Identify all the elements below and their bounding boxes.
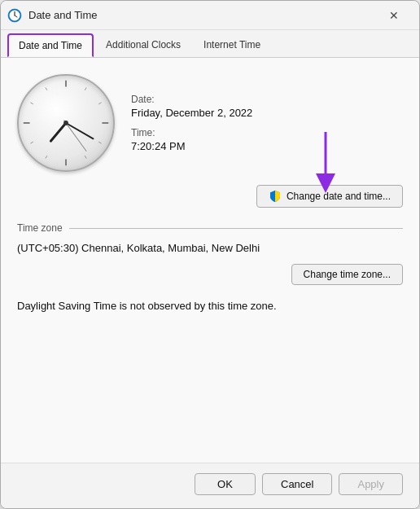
svg-line-18 xyxy=(30,103,33,104)
svg-line-10 xyxy=(98,103,101,104)
title-bar: Date and Time ✕ xyxy=(1,1,419,30)
svg-line-22 xyxy=(64,121,86,151)
cancel-button[interactable]: Cancel xyxy=(262,473,332,495)
apply-button[interactable]: Apply xyxy=(339,473,403,495)
change-datetime-row: Change date and time... xyxy=(17,185,403,208)
change-timezone-button[interactable]: Change time zone... xyxy=(291,264,403,285)
datetime-info: Date: Friday, December 2, 2022 Time: 7:2… xyxy=(131,94,252,152)
time-label: Time: xyxy=(131,127,252,138)
svg-line-15 xyxy=(46,156,47,158)
tab-internet-time[interactable]: Internet Time xyxy=(193,33,271,57)
svg-line-21 xyxy=(66,123,93,138)
uac-shield-icon xyxy=(269,190,282,203)
purple-arrow-annotation xyxy=(305,128,346,193)
svg-point-23 xyxy=(63,121,68,125)
svg-line-13 xyxy=(85,156,86,158)
date-label: Date: xyxy=(131,94,252,105)
tab-additional-clocks[interactable]: Additional Clocks xyxy=(95,33,191,57)
svg-line-12 xyxy=(98,142,101,143)
close-button[interactable]: ✕ xyxy=(375,2,413,29)
window-icon xyxy=(7,8,22,23)
change-timezone-label: Change time zone... xyxy=(304,269,391,280)
time-value: 7:20:24 PM xyxy=(131,140,186,152)
svg-line-16 xyxy=(30,142,33,143)
timezone-value: (UTC+05:30) Chennai, Kolkata, Mumbai, Ne… xyxy=(17,242,403,254)
analog-clock xyxy=(17,74,115,172)
change-timezone-row: Change time zone... xyxy=(17,264,403,285)
timezone-section-header: Time zone xyxy=(17,222,403,234)
tab-bar: Date and Time Additional Clocks Internet… xyxy=(1,30,419,58)
timezone-section-label: Time zone xyxy=(17,222,63,234)
svg-line-20 xyxy=(50,123,66,141)
section-divider xyxy=(69,228,403,229)
date-group: Date: Friday, December 2, 2022 xyxy=(131,94,252,119)
date-value: Friday, December 2, 2022 xyxy=(131,107,252,119)
main-content: Date: Friday, December 2, 2022 Time: 7:2… xyxy=(1,58,419,463)
window-title: Date and Time xyxy=(28,9,375,21)
svg-line-19 xyxy=(46,87,47,90)
svg-line-9 xyxy=(85,87,86,90)
footer: OK Cancel Apply xyxy=(1,463,419,508)
date-time-window: Date and Time ✕ Date and Time Additional… xyxy=(0,0,420,509)
dst-note: Daylight Saving Time is not observed by … xyxy=(17,300,403,312)
tab-date-time[interactable]: Date and Time xyxy=(7,33,94,57)
time-group: Time: 7:20:24 PM xyxy=(131,127,252,152)
ok-button[interactable]: OK xyxy=(195,473,256,495)
